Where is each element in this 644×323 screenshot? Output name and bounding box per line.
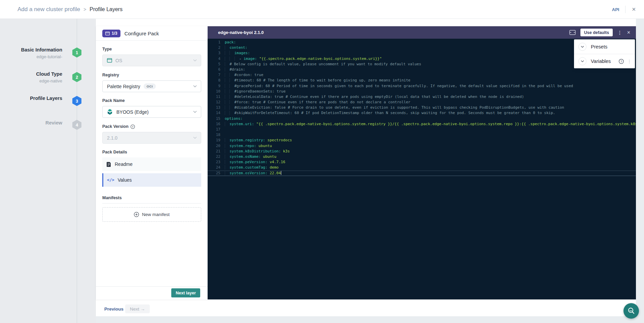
variables-label: Variables [591,59,611,64]
values-tab-selected[interactable]: </> Values [102,173,201,187]
readme-document-icon [107,162,111,167]
help-question-icon[interactable]: ? [619,59,624,64]
line-number: 19 [208,138,220,143]
step-indicator-3[interactable]: 3 [72,96,81,106]
help-search-widget-button[interactable] [623,303,639,319]
code-line[interactable]: 13 #disableEviction: false # Force drain… [208,105,636,110]
code-line-content: system.registry: spectrodocs [220,138,292,143]
chevron-down-icon [581,46,584,48]
type-label: Type [102,47,112,51]
next-button-disabled[interactable]: Next → [125,304,150,313]
svg-text:i: i [132,125,133,128]
readme-tab[interactable]: Readme [102,157,201,171]
step-number: 2 [76,75,78,80]
pack-name-label: Pack Name [102,98,125,103]
new-manifest-label: New manifest [142,212,170,217]
line-number: 6 [208,67,220,72]
card-footer-divider [96,286,208,287]
chevron-down-icon [193,111,197,113]
variables-menu-kebab-icon[interactable]: ⋮ [627,59,632,64]
editor-close-icon[interactable]: ✕ [627,30,631,35]
layer-window-icon [105,32,110,35]
info-icon[interactable]: i [131,124,135,129]
pack-name-select[interactable]: BYOOS (Edge) [102,106,201,118]
code-line[interactable]: 10 #ignoreDaemonSets: true [208,89,636,94]
code-line[interactable]: 17 [208,127,636,132]
code-line[interactable]: 22 system.osName: ubuntu [208,154,636,159]
presets-expand-button[interactable] [578,43,586,51]
header-divider [625,6,625,13]
pack-version-select[interactable]: 2.1.0 [102,132,201,144]
code-line[interactable]: 8 #timeout: 60 # The length of time to w… [208,78,636,83]
line-number: 8 [208,78,220,83]
code-line-content: system.peVersion: v4.7.16 [220,159,285,165]
code-line[interactable]: 3 images: [208,50,636,56]
split-view-icon[interactable] [569,30,576,35]
code-line-content: #cordon: true [220,72,263,78]
step-title-cloud-type[interactable]: Cloud Type [0,71,62,77]
code-line[interactable]: 18 [208,132,636,138]
readme-tab-label: Readme [115,162,133,167]
code-line[interactable]: 2 content: [208,45,636,50]
code-line[interactable]: 6 #drain: [208,67,636,72]
code-line[interactable]: 16 system.uri: "{{ .spectro.pack.edge-na… [208,121,636,127]
magnifier-smile-icon [627,307,635,315]
api-link[interactable]: API [612,7,619,12]
code-line-content: images: [220,50,250,56]
presets-variables-flyout: Presets Variables ? ⋮ [574,39,635,68]
code-line[interactable]: 5 # Below config is default value, pleas… [208,62,636,67]
code-line[interactable]: 21 system.k8sDistribution: k3s [208,149,636,154]
code-line[interactable]: 1pack: [208,40,636,45]
code-line[interactable]: 20 system.repo: ubuntu [208,143,636,149]
registry-label: Registry [102,73,119,77]
new-manifest-button[interactable]: New manifest [102,207,201,222]
step-indicator-1[interactable]: 1 [72,47,81,58]
line-number: 17 [208,127,220,132]
code-line[interactable]: 4 - image: "{{.spectro.pack.edge-native-… [208,56,636,62]
variables-row[interactable]: Variables ? ⋮ [574,54,635,68]
code-line[interactable]: 23 system.peVersion: v4.7.16 [208,159,636,165]
line-number: 2 [208,45,220,50]
next-layer-button[interactable]: Next layer [171,288,200,297]
code-line[interactable]: 12 #force: true # Continue even if there… [208,100,636,105]
code-area[interactable]: 1pack:2 content:3 images:4 - image: "{{.… [208,40,636,176]
line-number: 18 [208,132,220,138]
type-select[interactable]: OS [102,55,201,66]
previous-button[interactable]: Previous [104,304,123,313]
code-line[interactable]: 24 system.customTag: demo [208,165,636,170]
top-header: Add a new cluster profile > Profile Laye… [0,0,644,19]
code-line[interactable]: 19 system.registry: spectrodocs [208,138,636,143]
wizard-close-icon[interactable]: ✕ [632,6,636,12]
editor-pack-title: edge-native-byoi 2.1.0 [218,30,264,35]
step-indicator-2[interactable]: 2 [72,72,81,82]
code-line-content: content: [220,45,247,50]
code-line[interactable]: 9 #gracePeriod: 60 # Period of time in s… [208,83,636,89]
code-line-content: #disableEviction: false # Force drain to… [220,105,564,110]
step-indicator-4[interactable]: 4 [72,120,81,130]
editor-menu-kebab-icon[interactable]: ⋮ [617,30,622,35]
presets-row[interactable]: Presets [574,39,635,54]
code-line-content: system.repo: ubuntu [220,143,272,149]
step-title-review[interactable]: Review [0,120,62,125]
os-type-icon [107,58,112,63]
variables-expand-button[interactable] [578,57,586,65]
code-line[interactable]: 25 system.osVersion: 22.04 [208,171,636,176]
step-subtitle-basic-information: edge-tutorial- [0,54,62,59]
line-number: 15 [208,116,220,121]
step-title-basic-information[interactable]: Basic Information [0,47,62,52]
line-number: 10 [208,89,220,94]
step-title-profile-layers[interactable]: Profile Layers [0,96,62,101]
breadcrumb-parent[interactable]: Add a new cluster profile [17,6,80,13]
use-defaults-button[interactable]: Use defaults [580,29,613,36]
code-line[interactable]: 15options: [208,116,636,121]
code-line[interactable]: 14 #skipWaitForDeleteTimeout: 60 # If po… [208,110,636,116]
line-number: 14 [208,110,220,116]
registry-select[interactable]: Palette Registry OCI [102,80,201,92]
stepper-connector-line [77,19,77,323]
code-line[interactable]: 11 #deleteLocalData: true # Continue eve… [208,94,636,100]
chevron-down-icon [193,85,197,87]
line-number: 25 [208,171,220,176]
code-line[interactable]: 7 #cordon: true [208,72,636,78]
code-line-content: system.osName: ubuntu [220,154,276,159]
code-line-content [220,127,225,132]
